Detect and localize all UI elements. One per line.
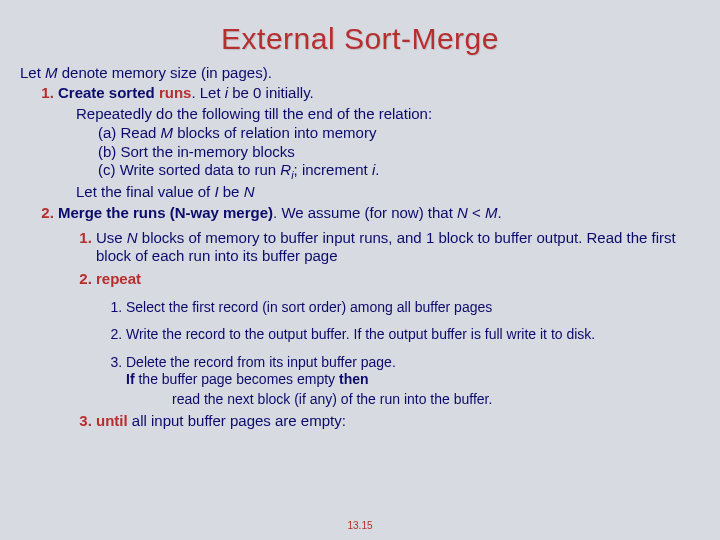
final-line: Let the final value of I be N xyxy=(76,183,692,202)
text: . xyxy=(497,204,501,221)
slide-title: External Sort-Merge xyxy=(28,20,692,58)
text: (a) Read xyxy=(98,124,161,141)
text: blocks of memory to buffer input runs, a… xyxy=(96,229,676,265)
until-word: until xyxy=(96,412,128,429)
text: Use xyxy=(96,229,127,246)
var-M: M xyxy=(161,124,174,141)
text: be 0 initially. xyxy=(232,84,313,101)
text: be xyxy=(219,183,244,200)
step1-label: Create sorted runs. Let i be 0 initially… xyxy=(58,84,314,101)
slide-root: External Sort-Merge Let M denote memory … xyxy=(0,0,720,540)
text: ; increment xyxy=(294,161,372,178)
substep-c: (c) Write sorted data to run Ri; increme… xyxy=(98,161,692,183)
lt: < xyxy=(468,204,485,221)
text: Let the final value of xyxy=(76,183,214,200)
step-2: Merge the runs (N-way merge). We assume … xyxy=(58,204,692,431)
repeat-inner-list: Select the first record (in sort order) … xyxy=(96,299,692,409)
text: the buffer page becomes empty xyxy=(135,371,339,387)
substep-a: (a) Read M blocks of relation into memor… xyxy=(98,124,692,143)
intro-line: Let M denote memory size (in pages). xyxy=(20,64,692,83)
main-list: Create sorted runs. Let i be 0 initially… xyxy=(28,84,692,431)
step-1: Create sorted runs. Let i be 0 initially… xyxy=(58,84,692,202)
step2-repeat: repeat Select the first record (in sort … xyxy=(96,270,692,408)
repeatedly-line: Repeatedly do the following till the end… xyxy=(76,105,692,124)
substep-b: (b) Sort the in-memory blocks xyxy=(98,143,692,162)
runs-word: runs xyxy=(159,84,192,101)
step2-sublist: Use N blocks of memory to buffer input r… xyxy=(58,229,692,432)
text: (c) Write sorted data to run xyxy=(98,161,280,178)
text: blocks of relation into memory xyxy=(173,124,376,141)
repeat-3: Delete the record from its input buffer … xyxy=(126,354,692,409)
text: Create sorted xyxy=(58,84,159,101)
repeat-1: Select the first record (in sort order) … xyxy=(126,299,692,317)
var-R: R xyxy=(280,161,291,178)
page-number: 13.15 xyxy=(0,520,720,533)
repeat-2: Write the record to the output buffer. I… xyxy=(126,326,692,344)
step1-body: Repeatedly do the following till the end… xyxy=(76,105,692,202)
step2-until: until all input buffer pages are empty: xyxy=(96,412,692,431)
var-N: N xyxy=(457,204,468,221)
text: . Let xyxy=(191,84,224,101)
text: . We assume (for now) that xyxy=(273,204,457,221)
var-N: N xyxy=(244,183,255,200)
then-word: then xyxy=(339,371,369,387)
text: Merge the runs (N-way merge) xyxy=(58,204,273,221)
step2-1: Use N blocks of memory to buffer input r… xyxy=(96,229,692,267)
if-word: If xyxy=(126,371,135,387)
text: . xyxy=(375,161,379,178)
text: Let xyxy=(20,64,45,81)
text: Delete the record from its input buffer … xyxy=(126,354,396,370)
then-body: read the next block (if any) of the run … xyxy=(172,391,692,409)
repeat-word: repeat xyxy=(96,270,141,287)
text: denote memory size (in pages). xyxy=(58,64,272,81)
var-M: M xyxy=(45,64,58,81)
var-N: N xyxy=(127,229,142,246)
step2-label: Merge the runs (N-way merge). We assume … xyxy=(58,204,502,221)
var-M: M xyxy=(485,204,498,221)
text: all input buffer pages are empty: xyxy=(128,412,346,429)
